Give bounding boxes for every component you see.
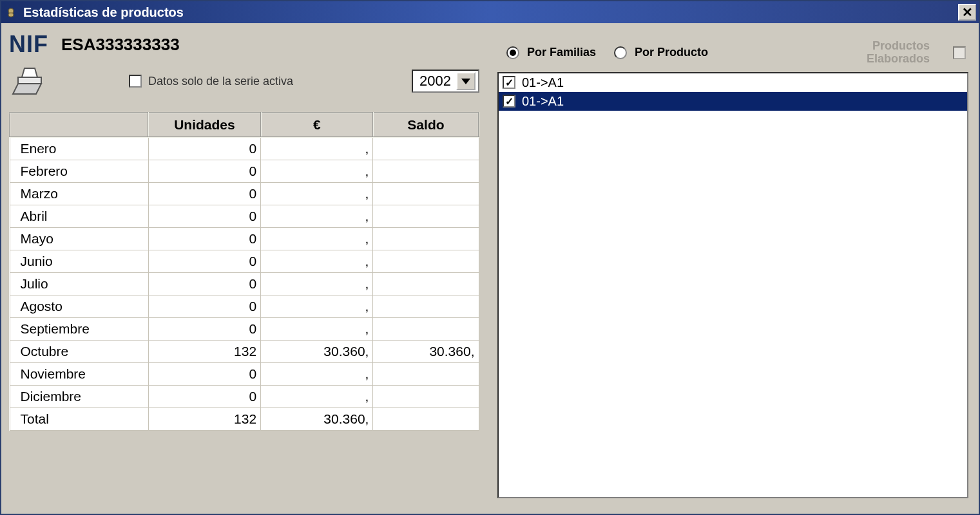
cell-euro: ,	[261, 250, 373, 273]
table-row[interactable]: Octubre13230.360,30.360,	[10, 341, 479, 363]
cell-month: Julio	[10, 273, 148, 295]
svg-marker-3	[18, 77, 41, 84]
cell-saldo	[373, 160, 479, 183]
cell-saldo	[373, 228, 479, 250]
table-row[interactable]: Febrero0,	[10, 160, 479, 183]
cell-saldo	[373, 183, 479, 205]
column-header-units[interactable]: Unidades	[148, 113, 260, 137]
table-row[interactable]: Agosto0,	[10, 295, 479, 318]
radio-producto-label: Por Producto	[635, 46, 708, 59]
print-icon[interactable]	[9, 62, 50, 100]
cell-month: Diciembre	[10, 386, 148, 408]
cell-units: 0	[148, 183, 260, 205]
radio-por-producto[interactable]: Por Producto	[614, 46, 708, 59]
nif-value: ESA333333333	[61, 35, 180, 55]
cell-saldo	[373, 408, 479, 431]
dropdown-arrow-icon[interactable]	[456, 72, 476, 90]
cell-euro: 30.360,	[261, 341, 373, 363]
family-tree[interactable]: 01->A101->A1	[497, 72, 968, 498]
svg-marker-4	[22, 68, 37, 77]
active-series-label: Datos solo de la serie activa	[148, 75, 293, 88]
cell-units: 0	[148, 386, 260, 408]
column-header-saldo[interactable]: Saldo	[373, 113, 479, 137]
cell-units: 0	[148, 137, 260, 160]
close-button[interactable]: ✕	[958, 4, 976, 21]
cell-saldo	[373, 273, 479, 295]
table-row[interactable]: Marzo0,	[10, 183, 479, 205]
cell-units: 0	[148, 250, 260, 273]
radio-familias-label: Por Familias	[527, 46, 596, 59]
active-series-checkbox[interactable]	[129, 75, 142, 88]
table-row[interactable]: Noviembre0,	[10, 363, 479, 386]
cell-month: Abril	[10, 205, 148, 228]
tree-item[interactable]: 01->A1	[499, 73, 967, 92]
cell-month: Septiembre	[10, 318, 148, 341]
table-row[interactable]: Mayo0,	[10, 228, 479, 250]
cell-units: 132	[148, 341, 260, 363]
table-row[interactable]: Enero0,	[10, 137, 479, 160]
cell-euro: ,	[261, 273, 373, 295]
elaborados-checkbox	[953, 46, 966, 59]
cell-euro: ,	[261, 160, 373, 183]
column-header-blank[interactable]	[10, 113, 148, 137]
cell-euro: ,	[261, 363, 373, 386]
monthly-data-table: Unidades € Saldo Enero0,Febrero0,Marzo0,…	[9, 112, 479, 431]
cell-euro: ,	[261, 295, 373, 318]
radio-empty-icon	[614, 46, 627, 59]
product-stats-window: Estadísticas de productos ✕ NIF ESA33333…	[0, 0, 980, 515]
cell-month: Febrero	[10, 160, 148, 183]
cell-euro: ,	[261, 318, 373, 341]
table-row[interactable]: Diciembre0,	[10, 386, 479, 408]
cell-saldo	[373, 363, 479, 386]
cell-euro: ,	[261, 205, 373, 228]
cell-euro: ,	[261, 137, 373, 160]
tree-item-checkbox[interactable]	[503, 95, 515, 108]
radio-por-familias[interactable]: Por Familias	[506, 46, 596, 59]
cell-month: Total	[10, 408, 148, 431]
cell-month: Agosto	[10, 295, 148, 318]
table-row[interactable]: Junio0,	[10, 250, 479, 273]
nif-label: NIF	[9, 31, 48, 58]
cell-euro: ,	[261, 228, 373, 250]
cell-saldo	[373, 295, 479, 318]
svg-marker-2	[13, 84, 41, 94]
tree-item[interactable]: 01->A1	[499, 92, 967, 111]
cell-saldo	[373, 318, 479, 341]
cell-units: 132	[148, 408, 260, 431]
cell-units: 0	[148, 273, 260, 295]
cell-saldo	[373, 386, 479, 408]
svg-rect-1	[8, 13, 14, 17]
cell-units: 0	[148, 318, 260, 341]
table-row[interactable]: Abril0,	[10, 205, 479, 228]
tree-item-checkbox[interactable]	[503, 76, 515, 89]
cell-units: 0	[148, 295, 260, 318]
cell-units: 0	[148, 205, 260, 228]
table-row[interactable]: Septiembre0,	[10, 318, 479, 341]
titlebar: Estadísticas de productos ✕	[1, 1, 979, 23]
cell-month: Enero	[10, 137, 148, 160]
cell-units: 0	[148, 363, 260, 386]
cell-euro: ,	[261, 183, 373, 205]
year-value: 2002	[419, 73, 451, 89]
cell-units: 0	[148, 228, 260, 250]
column-header-euro[interactable]: €	[261, 113, 373, 137]
app-icon	[4, 5, 18, 19]
cell-month: Octubre	[10, 341, 148, 363]
cell-euro: 30.360,	[261, 408, 373, 431]
window-title: Estadísticas de productos	[23, 5, 958, 20]
cell-month: Mayo	[10, 228, 148, 250]
table-row[interactable]: Julio0,	[10, 273, 479, 295]
tree-item-label: 01->A1	[519, 93, 566, 109]
radio-dot-icon	[506, 46, 519, 59]
elaborados-label: Productos Elaborados	[867, 40, 930, 66]
table-row[interactable]: Total13230.360,	[10, 408, 479, 431]
tree-item-label: 01->A1	[519, 75, 566, 91]
year-dropdown[interactable]: 2002	[412, 70, 479, 93]
cell-euro: ,	[261, 386, 373, 408]
cell-month: Marzo	[10, 183, 148, 205]
cell-saldo	[373, 205, 479, 228]
cell-saldo	[373, 137, 479, 160]
cell-month: Junio	[10, 250, 148, 273]
cell-units: 0	[148, 160, 260, 183]
cell-saldo: 30.360,	[373, 341, 479, 363]
